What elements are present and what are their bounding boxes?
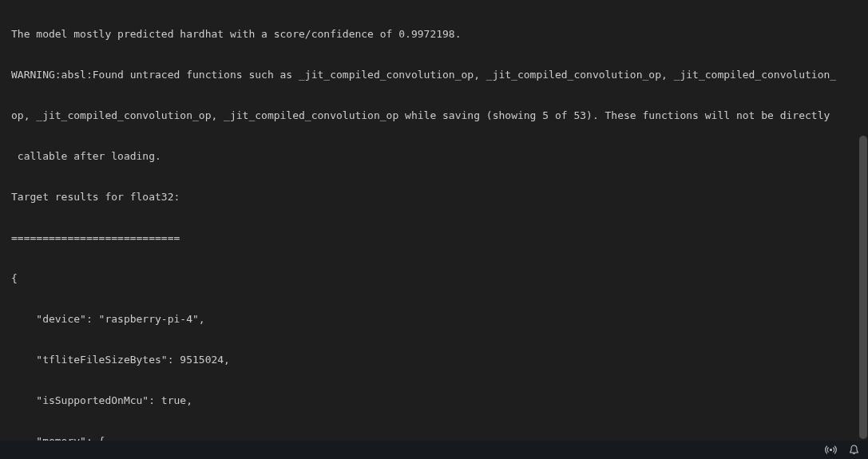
bell-icon[interactable]: [848, 444, 860, 456]
terminal-line: "device": "raspberry-pi-4",: [11, 312, 858, 326]
terminal-line: The model mostly predicted hardhat with …: [11, 27, 858, 41]
terminal-line: op, _jit_compiled_convolution_op, _jit_c…: [11, 109, 858, 122]
terminal-container: The model mostly predicted hardhat with …: [0, 0, 868, 459]
terminal-line: callable after loading.: [11, 149, 858, 163]
terminal-line: Target results for float32:: [11, 190, 858, 204]
terminal-line: "memory": {: [11, 434, 858, 441]
terminal-line: {: [11, 271, 858, 285]
terminal-line: ===========================: [11, 231, 858, 244]
terminal-output[interactable]: The model mostly predicted hardhat with …: [0, 0, 858, 441]
terminal-scrollbar-thumb[interactable]: [859, 136, 867, 439]
status-bar: [0, 441, 868, 459]
terminal-line: "tfliteFileSizeBytes": 9515024,: [11, 353, 858, 366]
broadcast-icon[interactable]: [825, 444, 837, 456]
terminal-line: "isSupportedOnMcu": true,: [11, 394, 858, 407]
terminal-scrollbar-track[interactable]: [858, 0, 868, 441]
terminal-line: WARNING:absl:Found untraced functions su…: [11, 68, 858, 81]
svg-point-0: [830, 449, 832, 451]
